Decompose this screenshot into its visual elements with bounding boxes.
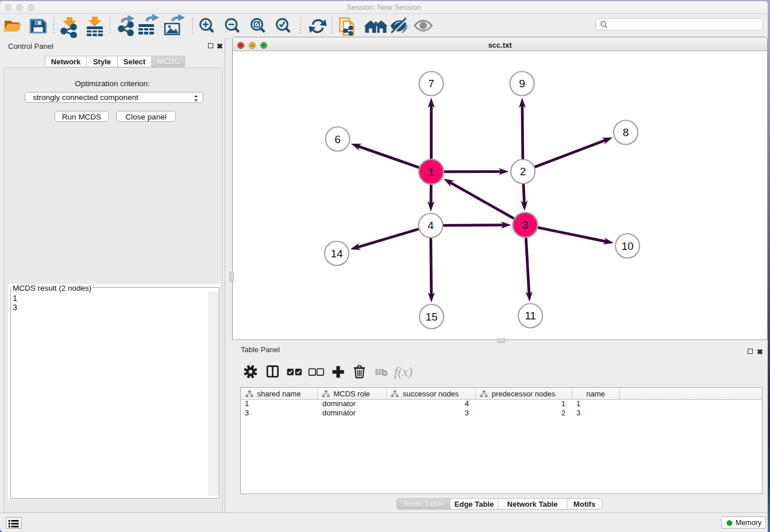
svg-text:9: 9 bbox=[519, 78, 525, 90]
svg-text:14: 14 bbox=[330, 248, 343, 260]
svg-text:8: 8 bbox=[623, 126, 629, 138]
svg-text:1: 1 bbox=[428, 166, 434, 178]
svg-text:2: 2 bbox=[520, 165, 526, 178]
svg-text:7: 7 bbox=[428, 78, 434, 90]
svg-text:11: 11 bbox=[525, 310, 536, 322]
svg-text:6: 6 bbox=[334, 133, 341, 145]
svg-text:4: 4 bbox=[428, 219, 434, 232]
svg-text:15: 15 bbox=[425, 311, 437, 323]
svg-text:3: 3 bbox=[522, 219, 529, 231]
svg-text:10: 10 bbox=[621, 240, 633, 252]
svg-text:f(x): f(x) bbox=[394, 365, 413, 379]
